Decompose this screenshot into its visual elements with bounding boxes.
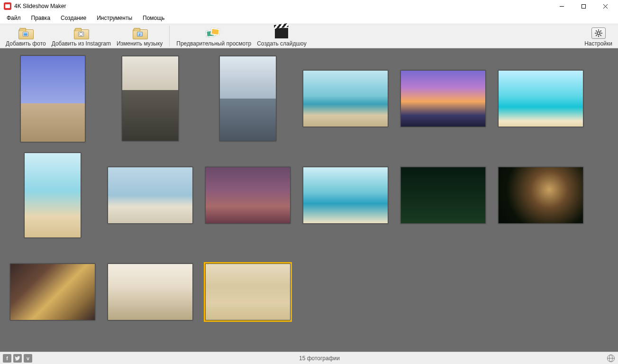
thumbnail[interactable] [199, 244, 297, 340]
window-title: 4K Slideshow Maker [14, 3, 66, 9]
svg-rect-1 [582, 4, 585, 8]
minimize-button[interactable] [551, 0, 573, 12]
thumbnail-image [400, 167, 486, 224]
facebook-icon[interactable]: f [3, 354, 11, 363]
thumbnail-image [303, 167, 388, 224]
add-photo-label: Добавить фото [6, 40, 46, 47]
toolbar-separator [169, 26, 170, 46]
social-links: f v [3, 354, 32, 363]
menu-edit[interactable]: Правка [27, 13, 55, 23]
app-icon [4, 2, 11, 10]
thumbnail-image [20, 55, 85, 142]
thumbnail[interactable] [4, 147, 101, 244]
svg-line-10 [600, 35, 601, 36]
thumbnail[interactable] [297, 147, 394, 244]
minimize-icon [559, 4, 564, 9]
thumbnail-image [205, 264, 291, 320]
menu-tools[interactable]: Инструменты [92, 13, 137, 23]
menu-bar: Файл Правка Создание Инструменты Помощь [0, 12, 618, 24]
status-count: 15 фотографии [32, 355, 607, 362]
thumbnail-image [24, 153, 81, 238]
thumbnail-image [498, 167, 583, 224]
svg-point-4 [597, 32, 600, 35]
add-photo-button[interactable]: Добавить фото [3, 26, 49, 48]
settings-icon [591, 27, 606, 39]
close-icon [603, 4, 608, 9]
vimeo-icon[interactable]: v [24, 354, 32, 363]
folder-music-icon [133, 28, 147, 38]
add-instagram-button[interactable]: Добавить из Instagram [49, 26, 114, 48]
settings-button[interactable]: Настройки [582, 26, 615, 48]
menu-help[interactable]: Помощь [138, 13, 169, 23]
svg-line-12 [596, 35, 597, 36]
maximize-icon [581, 4, 586, 9]
menu-file[interactable]: Файл [2, 13, 26, 23]
folder-photo-icon [18, 28, 33, 38]
preview-label: Предварительный просмотр [176, 40, 251, 47]
settings-label: Настройки [584, 40, 612, 47]
thumbnail-image [108, 167, 193, 224]
twitter-icon[interactable] [13, 354, 22, 363]
toolbar: Добавить фото Добавить из Instagram Изме… [0, 24, 618, 48]
thumbnail[interactable] [101, 244, 199, 340]
thumbnail[interactable] [101, 147, 199, 244]
thumbnail-image [108, 264, 193, 320]
thumbnail-image [400, 70, 486, 127]
thumbnail-image [219, 56, 276, 141]
create-slideshow-button[interactable]: Создать слайдшоу [254, 26, 309, 48]
preview-button[interactable]: Предварительный просмотр [173, 26, 254, 48]
thumbnail-image [10, 264, 95, 320]
change-music-label: Изменить музыку [117, 40, 163, 47]
menu-create[interactable]: Создание [56, 13, 91, 23]
svg-line-11 [600, 30, 601, 31]
thumbnail-image [498, 70, 583, 127]
svg-line-9 [596, 30, 597, 31]
thumbnail[interactable] [199, 50, 297, 147]
change-music-button[interactable]: Изменить музыку [114, 26, 165, 48]
preview-icon [206, 27, 221, 39]
thumbnail[interactable] [394, 147, 492, 244]
thumbnail[interactable] [4, 244, 101, 340]
thumbnail[interactable] [4, 50, 101, 147]
thumbnail-image [205, 167, 291, 224]
workspace[interactable] [0, 48, 618, 352]
thumbnail[interactable] [394, 50, 492, 147]
title-bar: 4K Slideshow Maker [0, 0, 618, 12]
thumbnail[interactable] [199, 147, 297, 244]
thumbnail[interactable] [297, 50, 394, 147]
maximize-button[interactable] [573, 0, 594, 12]
thumbnail-image [122, 56, 179, 141]
folder-instagram-icon [74, 28, 88, 38]
status-bar: f v 15 фотографии [0, 352, 618, 364]
thumbnail[interactable] [101, 50, 199, 147]
language-button[interactable] [607, 354, 615, 363]
create-slideshow-label: Создать слайдшоу [257, 40, 306, 47]
thumbnail[interactable] [492, 50, 590, 147]
close-button[interactable] [594, 0, 616, 12]
globe-icon [607, 354, 615, 363]
thumbnail[interactable] [492, 147, 590, 244]
thumbnail-image [303, 70, 388, 127]
add-instagram-label: Добавить из Instagram [52, 40, 111, 47]
clapperboard-icon [275, 28, 288, 38]
